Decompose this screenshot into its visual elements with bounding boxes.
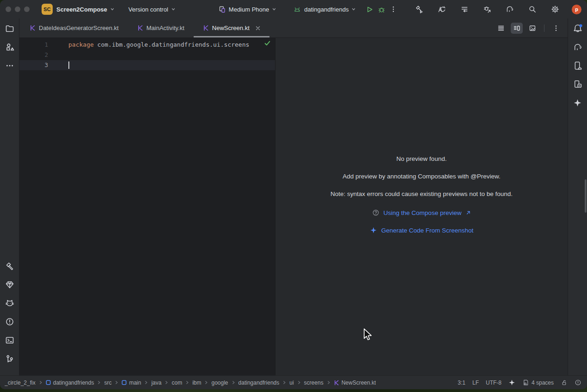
play-icon (366, 6, 373, 13)
kotlin-file-icon (203, 25, 209, 31)
version-control-label: Version control (128, 6, 168, 13)
breadcrumb-item[interactable]: com (171, 380, 182, 386)
chevron-right-icon (297, 380, 301, 385)
search-everywhere-button[interactable] (526, 3, 538, 15)
breadcrumb-item[interactable]: src (104, 380, 111, 386)
attach-debugger-button[interactable] (481, 3, 493, 15)
tab-dateideasgeneratorscreen[interactable]: DateIdeasGeneratorScreen.kt (20, 18, 128, 37)
more-tool-windows-button[interactable] (3, 59, 16, 72)
tab-mainactivity[interactable]: MainActivity.kt (128, 18, 194, 37)
cat-icon (5, 299, 14, 308)
profiler-button[interactable] (459, 3, 471, 15)
breadcrumb-item[interactable]: google (211, 380, 228, 386)
breadcrumb-item-file[interactable]: NewScreen.kt (334, 380, 376, 386)
generate-code-from-screenshot-link[interactable]: Generate Code From Screenshot (370, 226, 474, 235)
code-keyword: package (68, 41, 94, 48)
running-devices-tool-button[interactable] (571, 59, 584, 72)
gemini-tool-button[interactable] (571, 96, 584, 109)
compose-preview-help-link[interactable]: Using the Compose preview (372, 208, 471, 217)
app-quality-insights-tool-button[interactable] (3, 278, 16, 291)
version-control-menu[interactable]: Version control (128, 6, 176, 13)
tab-label: NewScreen.kt (212, 24, 250, 31)
ai-assistant-widget[interactable] (508, 379, 515, 386)
inspection-status-widget[interactable] (264, 41, 270, 46)
apply-changes-button[interactable] (436, 3, 448, 15)
caret-position-widget[interactable]: 3:1 (458, 380, 465, 386)
editor-options-button[interactable] (550, 23, 562, 34)
chevron-right-icon (97, 380, 101, 385)
problems-tool-button[interactable] (3, 315, 16, 328)
build-run-button[interactable] (413, 3, 425, 15)
scrollbar-thumb[interactable] (585, 179, 587, 213)
preview-message-note: Note: syntax errors could cause existing… (330, 190, 513, 200)
bell-icon (573, 24, 583, 34)
status-bar: _circle_2_fix datingandfriends src main … (0, 375, 587, 389)
project-selector[interactable]: Screen2Compose (56, 6, 115, 13)
notifications-button[interactable] (571, 22, 584, 35)
maximize-window-button[interactable] (24, 6, 30, 12)
chevron-down-icon (110, 7, 115, 12)
settings-button[interactable] (549, 3, 561, 15)
version-control-tool-button[interactable] (3, 352, 16, 365)
minimize-window-button[interactable] (15, 6, 20, 12)
project-tool-button[interactable] (3, 22, 16, 35)
breadcrumb-item[interactable]: java (151, 380, 161, 386)
left-tool-strip (0, 18, 19, 375)
more-run-options-button[interactable] (387, 3, 399, 15)
file-lock-widget[interactable] (561, 379, 568, 386)
device-selector[interactable]: Medium Phone (218, 6, 276, 13)
close-window-button[interactable] (6, 6, 11, 12)
gradle-tool-button[interactable] (571, 41, 584, 54)
breadcrumb-item[interactable]: datingandfriends (238, 380, 280, 386)
design-view-button[interactable] (526, 23, 538, 34)
code-editor[interactable]: 1 package com.ibm.google.datingandfriend… (19, 38, 275, 375)
debug-button[interactable] (375, 3, 387, 15)
avatar[interactable]: p (572, 5, 581, 14)
notification-badge (579, 24, 582, 27)
logcat-tool-button[interactable] (3, 297, 16, 310)
close-tab-button[interactable] (256, 26, 260, 31)
breadcrumb-item[interactable]: datingandfriends (46, 380, 94, 386)
breadcrumb-item[interactable]: ibm (192, 380, 201, 386)
tab-newscreen[interactable]: NewScreen.kt (194, 18, 269, 37)
split-view-button[interactable] (511, 23, 523, 34)
breadcrumb-item[interactable]: main (122, 380, 141, 386)
profiler-icon (460, 5, 469, 13)
encoding-widget[interactable]: UTF-8 (486, 380, 501, 386)
line-number[interactable]: 3 (39, 60, 48, 70)
chevron-right-icon (282, 380, 286, 385)
line-number[interactable]: 1 (39, 40, 48, 50)
terminal-tool-button[interactable] (3, 334, 16, 347)
run-button[interactable] (363, 3, 375, 15)
tab-label: DateIdeasGeneratorScreen.kt (39, 24, 119, 31)
ide-window: SC Screen2Compose Version control Medium… (0, 0, 587, 389)
question-circle-icon (372, 209, 379, 216)
code-line-2: 2 (19, 50, 275, 60)
right-tool-strip (568, 18, 587, 375)
preview-message-title: No preview found. (397, 155, 447, 165)
device-name: Medium Phone (229, 6, 269, 13)
problems-status-widget[interactable] (575, 379, 581, 386)
close-icon (256, 26, 260, 31)
kotlin-file-icon (334, 380, 339, 386)
title-bar: SC Screen2Compose Version control Medium… (0, 0, 587, 18)
breadcrumb-item[interactable]: screens (304, 380, 324, 386)
line-separator-widget[interactable]: LF (472, 380, 479, 386)
module-icon (122, 380, 127, 385)
sparkle-icon (370, 227, 377, 234)
indent-widget[interactable]: 4 spaces (522, 379, 554, 386)
gradle-sync-button[interactable] (504, 3, 516, 15)
breadcrumb-item[interactable]: ui (289, 380, 294, 386)
build-tool-button[interactable] (3, 260, 16, 273)
line-number[interactable]: 2 (39, 50, 48, 60)
run-config-name: datingandfriends (304, 6, 349, 13)
kebab-menu-icon (552, 24, 560, 32)
chevron-down-icon (351, 7, 356, 12)
code-view-button[interactable] (495, 23, 507, 34)
breadcrumb-item[interactable]: _circle_2_fix (5, 380, 36, 386)
gear-icon (551, 5, 559, 13)
resource-manager-tool-button[interactable] (3, 41, 16, 54)
device-manager-tool-button[interactable] (571, 78, 584, 91)
run-configuration-selector[interactable]: datingandfriends (293, 6, 356, 13)
project-name: Screen2Compose (56, 6, 107, 13)
